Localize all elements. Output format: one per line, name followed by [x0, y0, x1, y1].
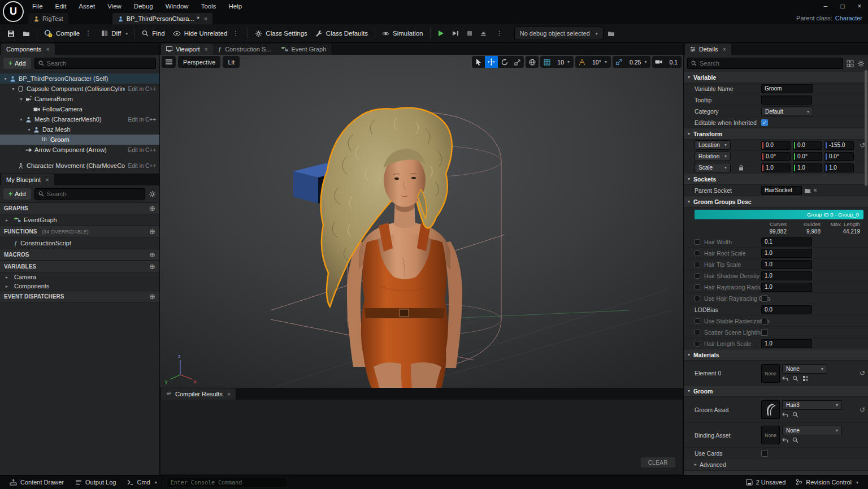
- variable-name-input[interactable]: [761, 84, 813, 93]
- close-icon[interactable]: ×: [45, 176, 49, 183]
- hide-unrelated-options-icon[interactable]: ⋮: [231, 29, 241, 37]
- search-input[interactable]: [47, 191, 141, 197]
- override-checkbox[interactable]: [695, 330, 700, 335]
- tab-compiler-results[interactable]: Compiler Results ×: [161, 388, 236, 400]
- perspective-dropdown[interactable]: Perspective: [178, 56, 220, 68]
- rotation-z-input[interactable]: 0.0°: [824, 152, 854, 161]
- tree-row-self[interactable]: ▾ BP_ThirdPersonCharacter (Self): [0, 73, 159, 84]
- camera-speed-control[interactable]: 0.1: [652, 56, 682, 68]
- section-groom[interactable]: ▾Groom: [684, 386, 868, 397]
- groom-asset-thumbnail[interactable]: [761, 400, 780, 419]
- menu-window[interactable]: Window: [159, 0, 195, 12]
- save-button[interactable]: [3, 26, 19, 41]
- section-sockets[interactable]: ▾Sockets: [684, 174, 868, 185]
- details-search[interactable]: [687, 58, 843, 69]
- tree-row-mesh[interactable]: ▾ Mesh (CharacterMesh0) Edit in C++: [0, 114, 159, 124]
- use-selected-asset-icon[interactable]: [782, 376, 788, 382]
- simulation-button[interactable]: Simulation: [378, 26, 427, 41]
- debug-browse-button[interactable]: [604, 26, 619, 41]
- override-checkbox[interactable]: [695, 318, 700, 324]
- variables-section-header[interactable]: VARIABLES ⊕: [0, 261, 159, 272]
- add-graph-icon[interactable]: ⊕: [149, 204, 155, 213]
- expander-icon[interactable]: ▾: [18, 117, 24, 122]
- cmd-dropdown[interactable]: Cmd ▾: [122, 475, 162, 489]
- variable-category-components[interactable]: ▸ Components: [0, 282, 159, 291]
- hide-unrelated-button[interactable]: Hide Unrelated ⋮: [169, 26, 245, 41]
- use-selected-asset-icon[interactable]: [782, 438, 788, 443]
- add-dispatcher-icon[interactable]: ⊕: [149, 292, 155, 301]
- group-id-bar[interactable]: Group ID 0 - Group_0: [695, 210, 863, 219]
- find-button[interactable]: Find: [138, 26, 168, 41]
- hair-raytracing-radius-input[interactable]: 1.0: [761, 283, 812, 292]
- scatter-lighting-checkbox[interactable]: [761, 329, 768, 336]
- viewport-canvas[interactable]: z x y: [160, 55, 683, 388]
- editable-checkbox[interactable]: [761, 119, 768, 126]
- override-checkbox[interactable]: [695, 239, 700, 245]
- scale-z-input[interactable]: 1.0: [824, 163, 854, 172]
- macros-section-header[interactable]: MACROS ⊕: [0, 249, 159, 261]
- menu-debug[interactable]: Debug: [128, 0, 159, 12]
- tab-details[interactable]: Details ×: [685, 44, 731, 55]
- expander-icon[interactable]: ▸: [6, 275, 11, 280]
- rotate-tool-button[interactable]: [498, 56, 511, 68]
- lit-dropdown[interactable]: Lit: [223, 56, 240, 68]
- location-y-input[interactable]: 0.0: [793, 141, 822, 150]
- binding-asset-dropdown[interactable]: None▾: [782, 426, 842, 435]
- diff-button[interactable]: Diff ▾: [97, 26, 132, 41]
- scale-x-input[interactable]: 1.0: [761, 163, 791, 172]
- play-options-button[interactable]: ⋮: [491, 26, 509, 41]
- compile-button[interactable]: ? Compile ⋮: [40, 26, 97, 41]
- parent-socket-input[interactable]: HairSocket: [761, 186, 802, 195]
- tooltip-input[interactable]: [761, 96, 812, 105]
- browse-to-asset-icon[interactable]: [792, 412, 798, 418]
- content-drawer-button[interactable]: Content Drawer: [5, 475, 69, 489]
- expander-icon[interactable]: ▾: [10, 86, 16, 92]
- override-checkbox[interactable]: [695, 262, 700, 267]
- tab-bp-thirdpersoncharacter[interactable]: BP_ThirdPersonChara...* ×: [112, 13, 213, 24]
- grid-snap-control[interactable]: 10▾: [540, 56, 574, 68]
- hair-shadow-density-input[interactable]: 1.0: [761, 271, 812, 280]
- tab-construction-script[interactable]: ƒ Construction S...: [213, 44, 276, 55]
- viewport-options-button[interactable]: [162, 56, 176, 68]
- rotation-snap-control[interactable]: 10°▾: [575, 56, 611, 68]
- lock-icon[interactable]: [739, 165, 744, 171]
- tree-row-capsule[interactable]: ▾ Capsule Component (CollisionCylinder) …: [0, 84, 159, 94]
- groom-asset-dropdown[interactable]: Hair3▾: [782, 400, 842, 410]
- hair-tip-scale-input[interactable]: 1.0: [761, 260, 812, 269]
- search-input[interactable]: [47, 60, 152, 67]
- edit-in-cpp-link[interactable]: Edit in C++: [125, 147, 156, 153]
- scale-y-input[interactable]: 1.0: [793, 163, 822, 172]
- unsaved-button[interactable]: 2 Unsaved: [741, 479, 791, 486]
- tab-rigtest[interactable]: RigTest: [28, 13, 68, 24]
- close-icon[interactable]: ×: [46, 46, 49, 53]
- tree-row-arrow[interactable]: Arrow Component (Arrow) Edit in C++: [0, 145, 159, 155]
- functions-section-header[interactable]: FUNCTIONS (34 OVERRIDABLE) ⊕: [0, 226, 159, 237]
- class-settings-button[interactable]: Class Settings: [251, 26, 311, 41]
- details-scrollbar[interactable]: [865, 70, 867, 186]
- expander-icon[interactable]: ▸: [6, 218, 11, 223]
- close-icon[interactable]: ×: [723, 46, 726, 53]
- world-space-toggle[interactable]: [526, 56, 539, 68]
- location-x-input[interactable]: 0.0: [761, 141, 791, 150]
- settings-gear-icon[interactable]: [857, 60, 865, 67]
- components-search[interactable]: [34, 58, 156, 69]
- add-macro-icon[interactable]: ⊕: [149, 250, 155, 259]
- add-component-button[interactable]: + Add: [3, 58, 31, 69]
- tab-components[interactable]: Components ×: [1, 44, 55, 55]
- category-dropdown[interactable]: Default▾: [761, 106, 813, 116]
- expander-icon[interactable]: ▾: [26, 127, 32, 132]
- tree-row-charmove[interactable]: Character Movement (CharMoveComp) Edit i…: [0, 161, 159, 171]
- unreal-engine-logo[interactable]: U: [3, 1, 24, 22]
- scale-snap-control[interactable]: 0.25▾: [613, 56, 650, 68]
- row-advanced[interactable]: ▸ Advanced: [684, 459, 868, 470]
- expander-icon[interactable]: ▾: [2, 76, 8, 81]
- event-graph-item[interactable]: ▸ EventGraph: [0, 214, 159, 226]
- edit-in-cpp-link[interactable]: Edit in C++: [125, 163, 156, 169]
- tab-viewport[interactable]: Viewport ×: [161, 44, 213, 55]
- clear-socket-icon[interactable]: ×: [813, 187, 817, 194]
- menu-view[interactable]: View: [101, 0, 128, 12]
- revision-control-button[interactable]: Revision Control ▾: [791, 479, 863, 486]
- scale-tool-button[interactable]: [511, 56, 524, 68]
- search-input[interactable]: [700, 60, 839, 67]
- menu-help[interactable]: Help: [223, 0, 249, 12]
